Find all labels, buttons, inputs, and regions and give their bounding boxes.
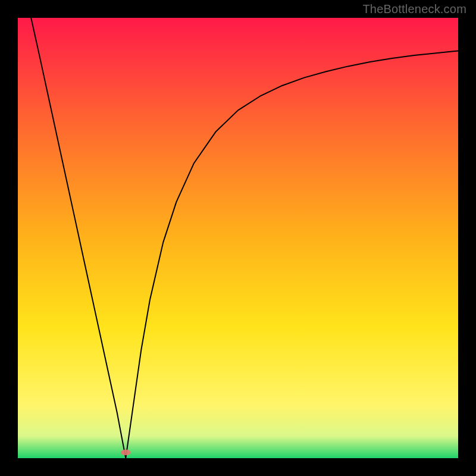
chart-svg <box>0 0 476 476</box>
chart-frame: TheBottleneck.com <box>0 0 476 476</box>
plot-background <box>18 18 458 458</box>
minimum-marker <box>121 450 131 456</box>
x-ticks <box>18 458 458 463</box>
watermark-label: TheBottleneck.com <box>362 2 466 16</box>
